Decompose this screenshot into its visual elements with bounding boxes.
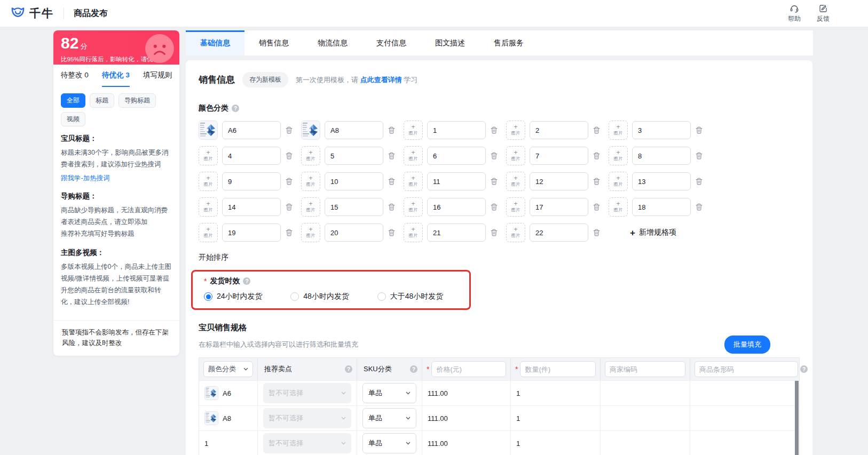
spec-value-input[interactable] <box>427 172 486 190</box>
form-tab[interactable]: 图文描述 <box>421 30 479 55</box>
spec-value-input[interactable] <box>325 147 383 165</box>
spec-value-input[interactable] <box>222 223 281 242</box>
sku-type-select[interactable]: 单品 <box>362 408 416 428</box>
help-button[interactable]: 帮助 <box>788 4 801 23</box>
add-image-button[interactable]: + 图片 <box>301 172 320 191</box>
spec-value-input[interactable] <box>427 121 486 139</box>
spec-value-input[interactable] <box>427 198 486 216</box>
spec-value-input[interactable] <box>427 223 486 242</box>
add-image-button[interactable]: + 图片 <box>199 223 218 242</box>
spec-value-input[interactable] <box>530 198 588 216</box>
qty-filter-input[interactable] <box>520 361 596 377</box>
form-tab[interactable]: 支付信息 <box>362 30 421 55</box>
trash-icon[interactable] <box>491 203 498 211</box>
add-image-button[interactable]: + 图片 <box>404 223 423 242</box>
bulk-fill-button[interactable]: 批量填充 <box>724 336 770 354</box>
spec-value-input[interactable] <box>325 223 383 242</box>
spec-value-input[interactable] <box>632 121 691 139</box>
add-image-button[interactable]: + 图片 <box>506 146 525 165</box>
spec-value-input[interactable] <box>632 172 691 190</box>
spec-value-input[interactable] <box>222 147 281 165</box>
question-circle-icon[interactable]: ? <box>243 277 250 285</box>
question-circle-icon[interactable]: ? <box>232 105 239 112</box>
trash-icon[interactable] <box>593 152 600 159</box>
sidebar-tab[interactable]: 填写规则 <box>143 65 172 87</box>
spec-value-input[interactable] <box>530 223 588 242</box>
add-image-button[interactable]: + 图片 <box>301 223 320 242</box>
filter-chip[interactable]: 导购标题 <box>119 93 156 108</box>
add-image-button[interactable]: + 图片 <box>404 197 423 217</box>
shipping-option[interactable]: 24小时内发货 <box>204 292 290 301</box>
save-template-button[interactable]: 存为新模板 <box>242 72 288 87</box>
view-details-link[interactable]: 点此查看详情 <box>360 76 402 84</box>
spec-value-input[interactable] <box>632 147 691 165</box>
trash-icon[interactable] <box>388 229 395 236</box>
app-brand[interactable]: 千牛 <box>11 6 54 21</box>
spec-value-input[interactable] <box>222 198 281 216</box>
trash-icon[interactable] <box>593 126 600 134</box>
add-image-button[interactable]: + 图片 <box>199 197 218 217</box>
form-tab[interactable]: 物流信息 <box>303 30 362 55</box>
add-image-button[interactable]: + 图片 <box>609 121 628 140</box>
spec-thumbnail[interactable] <box>301 121 320 140</box>
trash-icon[interactable] <box>286 229 293 236</box>
sku-type-select[interactable]: 单品 <box>362 433 416 453</box>
trash-icon[interactable] <box>696 178 703 185</box>
add-image-button[interactable]: + 图片 <box>506 197 525 217</box>
trash-icon[interactable] <box>696 203 703 211</box>
issue-learn-link[interactable]: 跟我学-加热搜词 <box>61 174 110 183</box>
sidebar-tab[interactable]: 待优化 3 <box>102 65 130 87</box>
trash-icon[interactable] <box>388 178 395 185</box>
trash-icon[interactable] <box>286 203 293 211</box>
add-image-button[interactable]: + 图片 <box>404 121 423 140</box>
spec-value-input[interactable] <box>632 198 691 216</box>
radio-icon[interactable] <box>377 292 386 301</box>
spec-value-input[interactable] <box>325 198 383 216</box>
filter-chip[interactable]: 标题 <box>90 93 114 108</box>
start-sort-link[interactable]: 开始排序 <box>199 253 800 262</box>
spec-value-input[interactable] <box>325 121 383 139</box>
spec-value-input[interactable] <box>325 172 383 190</box>
trash-icon[interactable] <box>696 152 703 159</box>
barcode-filter-input[interactable] <box>695 361 798 377</box>
spec-value-input[interactable] <box>530 121 588 139</box>
add-image-button[interactable]: + 图片 <box>404 172 423 191</box>
question-circle-icon[interactable]: ? <box>800 365 808 373</box>
add-image-button[interactable]: + 图片 <box>506 223 525 242</box>
trash-icon[interactable] <box>593 229 600 236</box>
spec-value-input[interactable] <box>222 172 281 190</box>
trash-icon[interactable] <box>388 203 395 211</box>
trash-icon[interactable] <box>286 178 293 185</box>
trash-icon[interactable] <box>388 152 395 159</box>
trash-icon[interactable] <box>491 152 498 159</box>
shipping-option[interactable]: 48小时内发货 <box>290 292 377 301</box>
add-spec-button[interactable]: + 新增规格项 <box>630 228 676 237</box>
trash-icon[interactable] <box>491 178 498 185</box>
trash-icon[interactable] <box>491 229 498 236</box>
add-image-button[interactable]: + 图片 <box>199 146 218 165</box>
add-image-button[interactable]: + 图片 <box>506 121 525 140</box>
question-circle-icon[interactable]: ? <box>410 365 417 373</box>
trash-icon[interactable] <box>593 203 600 211</box>
table-scrollbar[interactable] <box>795 381 799 455</box>
trash-icon[interactable] <box>696 126 703 134</box>
sku-type-select[interactable]: 单品 <box>362 383 416 403</box>
filter-chip[interactable]: 全部 <box>61 93 85 108</box>
form-tab[interactable]: 销售信息 <box>244 30 303 55</box>
add-image-button[interactable]: + 图片 <box>301 146 320 165</box>
trash-icon[interactable] <box>286 152 293 159</box>
add-image-button[interactable]: + 图片 <box>609 172 628 191</box>
spec-value-input[interactable] <box>222 121 281 139</box>
add-image-button[interactable]: + 图片 <box>404 146 423 165</box>
radio-icon[interactable] <box>204 292 212 301</box>
spec-thumbnail[interactable] <box>199 121 218 140</box>
add-image-button[interactable]: + 图片 <box>609 197 628 217</box>
feedback-button[interactable]: 反馈 <box>817 4 830 23</box>
color-filter-select[interactable]: 颜色分类 <box>203 361 253 377</box>
add-image-button[interactable]: + 图片 <box>609 146 628 165</box>
trash-icon[interactable] <box>491 126 498 134</box>
spec-value-input[interactable] <box>427 147 486 165</box>
trash-icon[interactable] <box>388 126 395 134</box>
filter-chip[interactable]: 视频 <box>61 112 85 126</box>
form-tab[interactable]: 基础信息 <box>186 30 244 55</box>
